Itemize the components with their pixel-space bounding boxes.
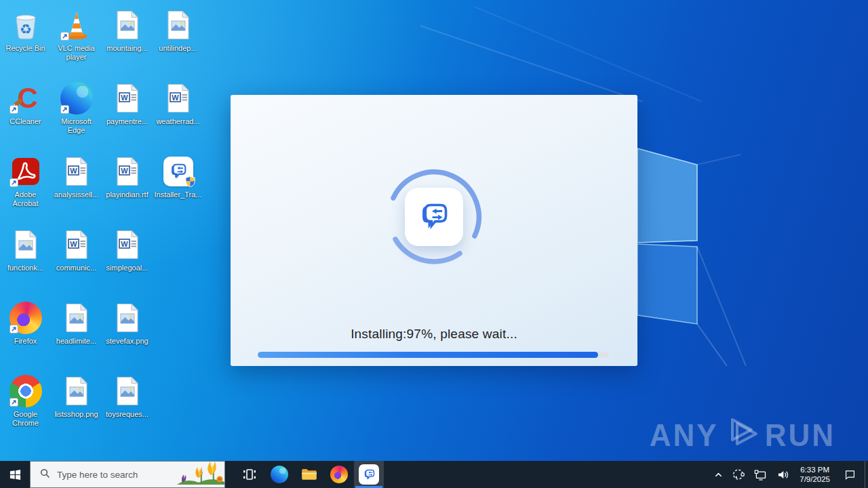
edge-icon [59, 81, 94, 115]
network-icon[interactable] [749, 461, 772, 488]
taskbar-search[interactable] [30, 461, 225, 488]
desktop-icon-label: untilindep... [159, 44, 197, 53]
hidden-icons-chevron[interactable] [709, 461, 728, 488]
vlc-icon [59, 8, 94, 42]
desktop-icon-column: VLC media player Microsoft Edge W analys… [51, 5, 102, 445]
desktop-icon-label: headlimite... [56, 337, 96, 346]
ccleaner-icon: C [8, 81, 43, 115]
svg-text:W: W [70, 240, 77, 248]
word-icon: W [110, 155, 145, 188]
app-icon [161, 155, 196, 188]
svg-text:W: W [121, 240, 128, 248]
install-status-text: Installing:97%, please wait... [231, 327, 637, 342]
desktop-icon-label: playindian.rtf [106, 190, 148, 199]
volume-icon[interactable] [772, 461, 794, 488]
desktop-icon-grid: ♻Recycle Bin C CCleaner Adobe Acrobat fu… [0, 5, 203, 445]
start-button[interactable] [0, 461, 30, 488]
recycle-bin-icon: ♻ [8, 8, 43, 42]
desktop-icon-functionk[interactable]: functionk... [0, 225, 51, 298]
image-icon [59, 374, 94, 408]
desktop-icon-label: listsshop.png [54, 410, 98, 419]
desktop-icon-google-chrome[interactable]: Google Chrome [0, 371, 51, 445]
desktop-icon-label: analysissell... [54, 190, 98, 199]
desktop-icon-simplegoal[interactable]: W simplegoal... [102, 225, 153, 298]
system-tray: 6:33 PM 7/9/2025 [709, 461, 868, 488]
desktop-icon-label: functionk... [7, 264, 43, 272]
desktop-icon-paymentre[interactable]: W paymentre... [102, 79, 153, 152]
taskbar-app-buttons [235, 461, 384, 488]
svg-text:W: W [70, 167, 77, 175]
word-icon: W [59, 228, 94, 262]
image-icon [161, 8, 196, 42]
desktop-icon-vlc-media-player[interactable]: VLC media player [51, 5, 102, 79]
acrobat-icon [8, 155, 43, 188]
desktop-icon-column: ♻Recycle Bin C CCleaner Adobe Acrobat fu… [0, 5, 51, 445]
search-icon [40, 468, 50, 481]
desktop-icon-playindian[interactable]: W playindian.rtf [102, 152, 153, 225]
file-explorer-icon [300, 466, 318, 483]
taskbar-app-file-explorer[interactable] [294, 461, 324, 488]
desktop-icon-weatherrad[interactable]: W weatherrad... [153, 79, 203, 152]
task-view-icon [241, 466, 258, 483]
image-icon [110, 8, 145, 42]
show-desktop-button[interactable] [865, 461, 868, 488]
desktop-icon-label: communic... [56, 264, 96, 272]
desktop-icon-recycle-bin[interactable]: ♻Recycle Bin [0, 5, 51, 79]
firefox-icon [330, 466, 348, 483]
taskbar: 6:33 PM 7/9/2025 [0, 461, 868, 488]
anyrun-watermark: ANY RUN [650, 415, 835, 455]
desktop-icon-label: Google Chrome [1, 410, 50, 428]
taskbar-app-firefox[interactable] [324, 461, 354, 488]
desktop-icon-listsshop[interactable]: listsshop.png [51, 371, 102, 445]
clock-date: 7/9/2025 [800, 474, 830, 484]
svg-text:♻: ♻ [20, 21, 32, 37]
desktop-icon-headlimite[interactable]: headlimite... [51, 298, 102, 371]
svg-text:C: C [17, 82, 37, 114]
desktop-icon-adobe-acrobat[interactable]: Adobe Acrobat [0, 152, 51, 225]
desktop-icon-installer-tra[interactable]: Installer_Tra... [153, 152, 203, 225]
desktop-icon-label: Microsoft Edge [52, 117, 101, 135]
desktop-icon-label: Firefox [14, 337, 37, 346]
taskbar-clock[interactable]: 6:33 PM 7/9/2025 [794, 461, 835, 488]
tray-camera-icon[interactable] [728, 461, 749, 488]
desktop-icon-stevefax[interactable]: stevefax.png [102, 298, 153, 371]
desktop-icon-firefox[interactable]: Firefox [0, 298, 51, 371]
desktop-icon-label: mountaing... [106, 44, 148, 53]
desktop-icon-mountaing[interactable]: mountaing... [102, 5, 153, 79]
desktop-icon-label: paymentre... [106, 117, 148, 126]
taskbar-app-edge[interactable] [264, 461, 294, 488]
word-icon: W [110, 228, 145, 262]
svg-text:W: W [121, 167, 128, 175]
watermark-text-run: RUN [765, 418, 835, 453]
installer-app-icon [405, 188, 463, 246]
taskbar-app-task-view[interactable] [235, 461, 264, 488]
desktop-icon-label: toysreques... [106, 410, 149, 419]
edge-icon [271, 466, 288, 483]
svg-text:W: W [121, 94, 128, 102]
svg-text:W: W [172, 94, 179, 102]
word-icon: W [110, 81, 145, 115]
desktop-icon-untilindep[interactable]: untilindep... [153, 5, 203, 79]
desktop-icon-analysissell[interactable]: W analysissell... [51, 152, 102, 225]
image-icon [110, 374, 145, 408]
desktop-icon-label: simplegoal... [106, 264, 149, 272]
firefox-icon [8, 301, 43, 335]
desktop-icon-toysreques[interactable]: toysreques... [102, 371, 153, 445]
image-icon [110, 301, 145, 335]
desktop-icon-label: stevefax.png [106, 337, 148, 346]
desktop-icon-ccleaner[interactable]: C CCleaner [0, 79, 51, 152]
desktop-icon-label: Adobe Acrobat [1, 190, 50, 208]
install-progress-bar [258, 352, 609, 358]
desktop-screen: ♻Recycle Bin C CCleaner Adobe Acrobat fu… [0, 0, 868, 488]
clock-time: 6:33 PM [800, 465, 829, 474]
desktop-icon-communic[interactable]: W communic... [51, 225, 102, 298]
install-progress-fill [258, 352, 598, 358]
desktop-icon-microsoft-edge[interactable]: Microsoft Edge [51, 79, 102, 152]
anyrun-logo-icon [723, 415, 761, 455]
search-input[interactable] [57, 470, 172, 480]
image-icon [8, 228, 43, 262]
taskbar-app-installer[interactable] [354, 461, 384, 488]
image-icon [59, 301, 94, 335]
action-center-icon[interactable] [835, 461, 865, 488]
desktop-icon-label: Recycle Bin [5, 44, 45, 53]
